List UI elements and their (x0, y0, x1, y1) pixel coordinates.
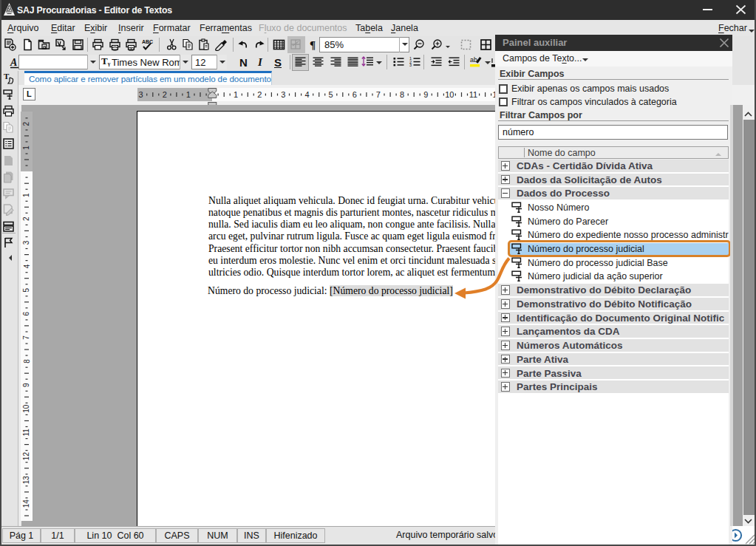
svg-text:ABC: ABC (142, 39, 153, 44)
svg-text:6: 6 (353, 90, 357, 99)
svg-text:3: 3 (281, 90, 285, 99)
svg-text:¶: ¶ (310, 39, 316, 51)
svg-text:A: A (10, 57, 17, 68)
svg-text:7: 7 (23, 335, 31, 340)
svg-text:3: 3 (23, 240, 31, 245)
svg-text:3: 3 (139, 90, 143, 99)
svg-text:7: 7 (376, 90, 381, 99)
svg-text:11: 11 (23, 429, 31, 437)
svg-text:9: 9 (423, 90, 428, 99)
svg-text:2: 2 (23, 121, 31, 126)
svg-text:13: 13 (23, 476, 31, 485)
svg-text:8: 8 (400, 90, 404, 99)
svg-text:2: 2 (23, 216, 31, 221)
svg-text:8: 8 (23, 359, 31, 364)
svg-text:14: 14 (23, 499, 31, 508)
svg-text:ab: ab (470, 56, 477, 64)
svg-text:2: 2 (257, 90, 262, 99)
svg-text:6: 6 (23, 312, 31, 316)
svg-text:10: 10 (23, 404, 31, 413)
svg-text:5: 5 (23, 287, 31, 292)
svg-text:11: 11 (469, 90, 477, 99)
svg-text:4: 4 (23, 264, 31, 268)
svg-text:3: 3 (409, 63, 412, 67)
svg-text:1: 1 (23, 146, 31, 150)
svg-text:5: 5 (329, 90, 333, 99)
svg-text:10: 10 (445, 90, 454, 99)
svg-text:9: 9 (23, 383, 31, 387)
svg-text:T: T (4, 72, 10, 81)
svg-text:1: 1 (186, 90, 191, 99)
svg-text:1: 1 (23, 193, 31, 197)
svg-text:12: 12 (23, 452, 31, 461)
svg-text:1: 1 (234, 90, 238, 99)
svg-text:2: 2 (163, 90, 167, 99)
svg-text:4: 4 (304, 90, 309, 99)
